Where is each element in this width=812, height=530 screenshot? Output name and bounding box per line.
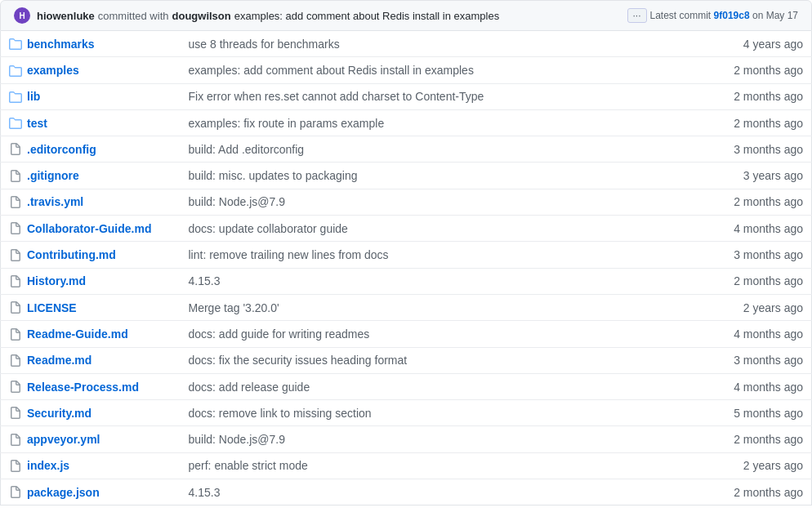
file-name-link[interactable]: LICENSE: [27, 301, 77, 314]
table-row: appveyor.ymlbuild: Node.js@7.92 months a…: [1, 426, 812, 452]
file-name-cell: test: [9, 116, 47, 130]
time-cell: 2 months ago: [714, 479, 812, 506]
file-name-link[interactable]: .travis.yml: [27, 195, 83, 208]
file-icon: [9, 168, 22, 182]
table-row: Collaborator-Guide.mddocs: update collab…: [1, 216, 812, 242]
commit-message-cell: perf: enable strict mode: [181, 452, 714, 479]
commit-message-cell: docs: add release guide: [181, 373, 714, 399]
file-name-link[interactable]: benchmarks: [27, 38, 94, 51]
file-icon: [9, 274, 22, 288]
table-row: Readme.mddocs: fix the security issues h…: [1, 347, 812, 373]
time-cell: 2 months ago: [714, 268, 812, 294]
commit-message-cell: build: misc. updates to packaging: [181, 163, 714, 189]
commit-message-cell: Fix error when res.set cannot add charse…: [181, 83, 714, 109]
file-name-link[interactable]: appveyor.yml: [27, 433, 100, 446]
table-row: .gitignorebuild: misc. updates to packag…: [1, 163, 812, 189]
commit-hash-link[interactable]: 9f019c8: [714, 10, 750, 21]
time-cell: 3 years ago: [714, 163, 812, 189]
coauthor-link[interactable]: dougwilson: [172, 10, 231, 22]
file-name-link[interactable]: .gitignore: [27, 169, 79, 182]
folder-icon: [9, 37, 22, 51]
file-name-cell: Collaborator-Guide.md: [9, 221, 151, 235]
file-icon: [9, 406, 22, 420]
table-row: .travis.ymlbuild: Node.js@7.92 months ag…: [1, 189, 812, 215]
time-cell: 4 months ago: [714, 216, 812, 242]
file-name-link[interactable]: Readme-Guide.md: [27, 327, 128, 341]
table-row: Contributing.mdlint: remove trailing new…: [1, 242, 812, 268]
table-row: Release-Process.mddocs: add release guid…: [1, 373, 812, 399]
commit-message-cell: build: Add .editorconfig: [181, 136, 714, 163]
file-icon: [9, 247, 22, 261]
file-name-link[interactable]: Collaborator-Guide.md: [27, 222, 151, 235]
file-name-cell: .travis.yml: [9, 195, 83, 209]
latest-commit-info: Latest commit 9f019c8 on May 17: [650, 10, 798, 21]
avatar: H: [14, 7, 30, 24]
commit-message-cell: lint: remove trailing new lines from doc…: [181, 242, 714, 268]
file-name-link[interactable]: Security.md: [27, 407, 91, 420]
time-cell: 4 months ago: [714, 321, 812, 347]
commit-message-cell: Merge tag '3.20.0': [181, 294, 714, 320]
time-cell: 3 months ago: [714, 136, 812, 163]
table-row: LICENSEMerge tag '3.20.0'2 years ago: [1, 294, 812, 320]
file-name-cell: benchmarks: [9, 37, 94, 51]
file-name-link[interactable]: test: [27, 117, 47, 130]
file-name-link[interactable]: Contributing.md: [27, 248, 116, 261]
file-name-cell: Contributing.md: [9, 247, 116, 261]
time-cell: 2 months ago: [714, 189, 812, 215]
time-cell: 3 months ago: [714, 242, 812, 268]
file-name-cell: lib: [9, 90, 40, 104]
table-row: libFix error when res.set cannot add cha…: [1, 83, 812, 109]
folder-icon: [9, 63, 22, 77]
commit-message-cell: examples: fix route in params example: [181, 109, 714, 136]
time-cell: 5 months ago: [714, 400, 812, 426]
table-row: .editorconfigbuild: Add .editorconfig3 m…: [1, 136, 812, 163]
file-name-link[interactable]: .editorconfig: [27, 143, 96, 156]
commit-message-cell: docs: fix the security issues heading fo…: [181, 347, 714, 373]
file-name-cell: package.json: [9, 485, 100, 499]
file-icon: [9, 301, 22, 314]
folder-icon: [9, 116, 22, 130]
commit-message-cell: docs: remove link to missing section: [181, 400, 714, 426]
table-row: package.json4.15.32 months ago: [1, 479, 812, 506]
commit-message-cell: examples: add comment about Redis instal…: [181, 57, 714, 83]
table-row: Security.mddocs: remove link to missing …: [1, 400, 812, 426]
file-icon: [9, 485, 22, 499]
file-name-cell: LICENSE: [9, 301, 77, 314]
file-name-cell: Release-Process.md: [9, 380, 139, 394]
time-cell: 2 months ago: [714, 57, 812, 83]
table-row: examplesexamples: add comment about Redi…: [1, 57, 812, 83]
file-icon: [9, 221, 22, 235]
table-row: History.md4.15.32 months ago: [1, 268, 812, 294]
commit-message-cell: docs: add guide for writing readmes: [181, 321, 714, 347]
ellipsis-button[interactable]: ···: [627, 8, 647, 23]
file-name-link[interactable]: examples: [27, 64, 79, 77]
file-name-cell: examples: [9, 63, 79, 77]
table-row: Readme-Guide.mddocs: add guide for writi…: [1, 321, 812, 347]
commit-date: on May 17: [752, 10, 798, 21]
file-name-cell: Readme.md: [9, 354, 91, 367]
time-cell: 2 months ago: [714, 426, 812, 452]
table-row: benchmarksuse 8 threads for benchmarks4 …: [1, 31, 812, 57]
file-icon: [9, 327, 22, 341]
file-name-link[interactable]: Readme.md: [27, 354, 91, 367]
file-icon: [9, 459, 22, 473]
author-link[interactable]: hiowenluke: [37, 10, 95, 22]
commit-message-cell: 4.15.3: [181, 268, 714, 294]
file-icon: [9, 195, 22, 209]
file-icon: [9, 354, 22, 367]
file-browser: H hiowenluke committed with dougwilson e…: [0, 0, 812, 506]
time-cell: 4 months ago: [714, 373, 812, 399]
file-name-cell: Readme-Guide.md: [9, 327, 128, 341]
time-cell: 2 years ago: [714, 452, 812, 479]
folder-icon: [9, 90, 22, 104]
file-name-link[interactable]: History.md: [27, 274, 86, 287]
commit-message-cell: 4.15.3: [181, 479, 714, 506]
commit-message-cell: docs: update collaborator guide: [181, 216, 714, 242]
file-name-link[interactable]: index.js: [27, 459, 69, 472]
time-cell: 2 months ago: [714, 109, 812, 136]
time-cell: 3 months ago: [714, 347, 812, 373]
file-name-link[interactable]: package.json: [27, 486, 100, 499]
file-name-link[interactable]: lib: [27, 90, 40, 103]
file-icon: [9, 142, 22, 156]
file-name-link[interactable]: Release-Process.md: [27, 381, 139, 394]
